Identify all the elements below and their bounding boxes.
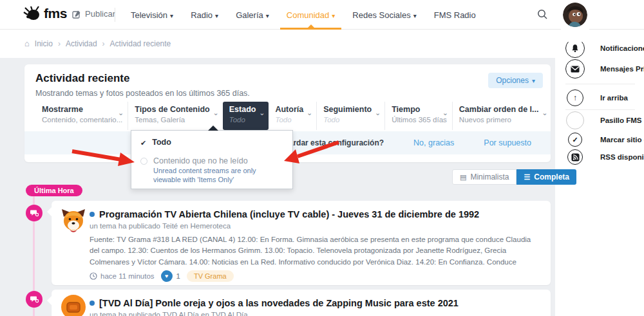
breadcrumb-separator [102, 39, 105, 48]
sidebar-divider [565, 84, 635, 84]
nav-item-redes-sociales[interactable]: Redes Sociales [352, 0, 416, 30]
chevron-down-icon [213, 106, 219, 118]
list-full-icon [524, 172, 530, 181]
check-circle-icon [568, 133, 582, 147]
page-subtitle: Mostrando temas y fotos posteados en los… [35, 89, 250, 98]
chat-bubble-icon [30, 295, 39, 303]
complete-view-button[interactable]: Completa [516, 169, 576, 185]
filter-seguimiento[interactable]: Seguimiento Todo [316, 102, 384, 130]
check-icon [140, 136, 146, 148]
logo-text: fms [44, 6, 67, 21]
dropdown-option-unread[interactable]: Contenido que no he leído [131, 156, 292, 165]
list-compact-icon [460, 172, 466, 181]
topic-byline: un tema ha publicado Teité en Hemeroteca [90, 222, 231, 230]
page-title: Actividad reciente [35, 72, 129, 85]
topic-timestamp: hace 11 minutos [90, 272, 155, 280]
sidebar-go-up[interactable]: Ir arriba [567, 89, 583, 106]
sidebar-mark-read[interactable]: Marcar sitio como leí [568, 133, 582, 147]
site-logo[interactable]: fms [23, 5, 67, 22]
timeline-marker-icon [26, 205, 43, 221]
chevron-down-icon [532, 76, 535, 85]
nav-item-fms-radio[interactable]: FMS Radio [434, 0, 476, 30]
page: fms Publicar Televisión Radio Galería Co… [0, 0, 644, 316]
decline-save-link[interactable]: No, gracias [413, 138, 454, 147]
feed-item: [TVD Al Día] Ponle oreja y ojos a las no… [52, 290, 551, 316]
chevron-down-icon [170, 10, 173, 20]
top-navbar: fms Publicar Televisión Radio Galería Co… [0, 0, 644, 30]
topic-footer: hace 11 minutos 1 TV Grama [90, 270, 234, 282]
ultima-hora-badge: Última Hora [26, 185, 82, 196]
like-count: 1 [176, 272, 180, 280]
arrow-up-circle-icon [567, 89, 583, 106]
filter-mostrarme[interactable]: Mostrarme Contenido, comentario... [35, 102, 128, 130]
nav-links: Televisión Radio Galería Comunidad Redes… [131, 0, 476, 30]
nav-item-television[interactable]: Televisión [131, 0, 173, 30]
chat-bubble-icon [30, 209, 39, 217]
filter-tiempo[interactable]: Tiempo Últimos 365 días [384, 102, 452, 130]
chevron-down-icon [375, 106, 381, 118]
sidebar-pasillo-fms[interactable]: Pasillo FMS [566, 111, 584, 129]
chevron-down-icon [215, 10, 218, 20]
nav-item-galeria[interactable]: Galería [236, 0, 269, 30]
topic-title-link[interactable]: [TVD Al Día] Ponle oreja y ojos a las no… [99, 298, 459, 308]
breadcrumb-inicio[interactable]: Inicio [35, 39, 53, 48]
unread-dot-icon [90, 301, 95, 306]
chevron-down-icon [266, 10, 269, 20]
unread-note: Unread content streams are only viewable… [153, 167, 283, 185]
topic-byline: un tema ha publicado TVD Al Día en TVD A… [90, 311, 248, 316]
envelope-icon [565, 59, 585, 79]
topic-preview-text: Fuente: TV Grama #318 LA RED (CANAL 4) 1… [90, 234, 541, 267]
topic-author-avatar[interactable] [61, 295, 86, 316]
sidebar-divider [565, 109, 635, 110]
breadcrumb-separator [58, 39, 61, 48]
chevron-down-icon [413, 10, 417, 20]
sidebar-rss[interactable]: RSS disponible [567, 149, 583, 165]
user-avatar[interactable] [563, 3, 587, 27]
chevron-down-icon [259, 106, 265, 118]
compose-icon [72, 10, 81, 19]
radio-icon [140, 158, 147, 165]
fly-logo-icon [23, 5, 43, 22]
dropdown-option-todo[interactable]: Todo [131, 136, 292, 148]
timeline-marker-icon [26, 291, 43, 308]
filter-cambiar-orden[interactable]: Cambiar orden de l... Nuevos primero [452, 102, 552, 130]
feed-item: Programación TV Abierta Chilena (incluye… [52, 201, 551, 285]
chevron-down-icon [118, 106, 124, 118]
unread-dot-icon [90, 212, 95, 217]
minimal-view-button[interactable]: Minimalista [452, 169, 516, 185]
options-button[interactable]: Opciones [488, 73, 543, 88]
circle-icon [566, 111, 584, 129]
sidebar-private-messages[interactable]: Mensajes Privados [565, 59, 585, 79]
filter-estado[interactable]: Estado Todo [223, 102, 269, 130]
nav-item-comunidad[interactable]: Comunidad [287, 0, 336, 30]
topic-author-avatar[interactable] [61, 208, 86, 232]
home-icon [24, 39, 30, 48]
rss-icon [567, 149, 583, 165]
filter-autoria[interactable]: Autoría Todo [269, 102, 316, 130]
chevron-down-icon [542, 106, 547, 118]
breadcrumb: Inicio Actividad Actividad reciente [24, 39, 171, 48]
nav-item-radio[interactable]: Radio [191, 0, 218, 30]
filter-bar: Mostrarme Contenido, comentario... Tipos… [35, 102, 543, 130]
accept-save-link[interactable]: Por supuesto [484, 138, 531, 147]
clock-icon [90, 272, 97, 280]
like-heart-icon[interactable] [161, 270, 173, 282]
search-icon[interactable] [537, 9, 548, 23]
topic-tag[interactable]: TV Grama [187, 270, 234, 282]
nav-divider [115, 8, 115, 22]
chevron-down-icon [332, 10, 335, 20]
breadcrumb-actividad-reciente[interactable]: Actividad reciente [110, 39, 171, 48]
chevron-down-icon [307, 106, 312, 118]
breadcrumb-actividad[interactable]: Actividad [66, 39, 97, 48]
chevron-down-icon [442, 106, 448, 118]
view-toggle: Minimalista Completa [452, 169, 576, 185]
estado-dropdown-menu: Todo Contenido que no he leído Unread co… [131, 130, 293, 189]
publish-button[interactable]: Publicar [72, 9, 115, 19]
topic-title-link[interactable]: Programación TV Abierta Chilena (incluye… [99, 209, 479, 219]
